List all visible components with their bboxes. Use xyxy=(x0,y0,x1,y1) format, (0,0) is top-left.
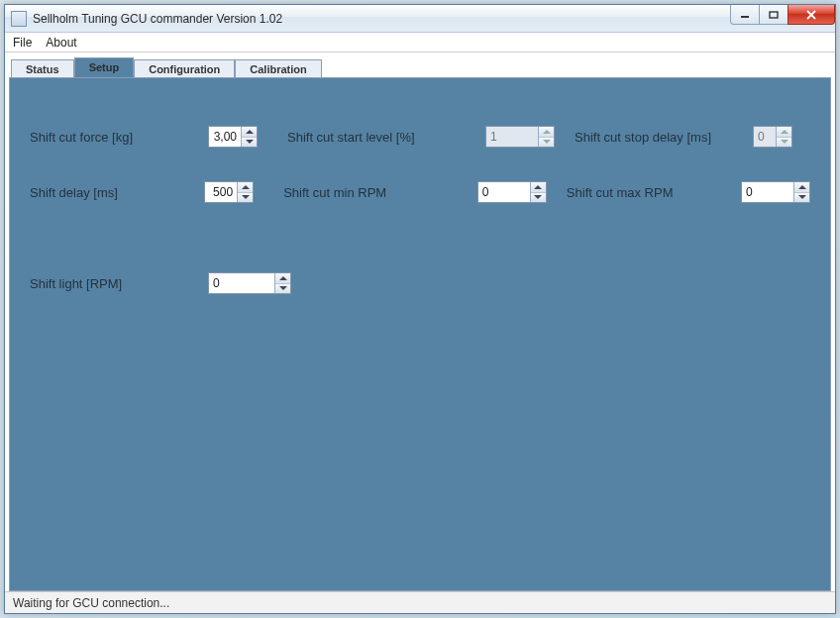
row-2: Shift delay [ms] Shift cut min RPM xyxy=(30,181,810,203)
spin-up-icon[interactable] xyxy=(275,273,290,284)
spin-down-icon[interactable] xyxy=(242,138,257,148)
svg-marker-11 xyxy=(242,195,250,199)
input-shift-light-rpm[interactable] xyxy=(208,272,291,294)
field-shift-cut-max-rpm: Shift cut max RPM xyxy=(567,185,741,200)
spin-shift-delay xyxy=(237,182,253,202)
titlebar[interactable]: Sellholm Tuning GCU commander Version 1.… xyxy=(5,5,835,33)
value-shift-cut-force[interactable] xyxy=(209,127,241,147)
tabpage-setup: Shift cut force [kg] Shift cut start lev… xyxy=(9,77,831,591)
spin-down-icon[interactable] xyxy=(275,284,290,294)
spin-up-icon xyxy=(539,127,554,138)
maximize-button[interactable] xyxy=(759,5,788,25)
label-shift-cut-stop-delay: Shift cut stop delay [ms] xyxy=(575,130,711,145)
tabstrip: Status Setup Configuration Calibration xyxy=(11,56,831,77)
svg-marker-5 xyxy=(246,140,254,144)
svg-marker-8 xyxy=(781,130,788,134)
svg-marker-16 xyxy=(279,276,287,280)
spin-shift-cut-start-level xyxy=(538,127,554,147)
svg-marker-15 xyxy=(798,195,806,199)
label-shift-cut-max-rpm: Shift cut max RPM xyxy=(567,185,674,200)
input-shift-cut-force[interactable] xyxy=(208,126,258,148)
spin-shift-light-rpm xyxy=(274,273,290,293)
label-shift-cut-force: Shift cut force [kg] xyxy=(30,130,133,145)
menubar: File About xyxy=(5,33,835,52)
spin-shift-cut-stop-delay xyxy=(776,127,791,147)
menu-about[interactable]: About xyxy=(46,36,76,50)
menu-file[interactable]: File xyxy=(13,36,32,50)
svg-marker-13 xyxy=(534,195,542,199)
value-shift-cut-min-rpm[interactable] xyxy=(478,182,530,202)
value-shift-cut-stop-delay xyxy=(754,127,776,147)
spin-up-icon xyxy=(777,127,791,138)
svg-marker-7 xyxy=(543,140,551,144)
value-shift-cut-max-rpm[interactable] xyxy=(742,182,793,202)
svg-rect-1 xyxy=(770,12,778,18)
window-controls xyxy=(731,5,835,25)
input-shift-cut-stop-delay xyxy=(753,126,792,148)
spin-shift-cut-force xyxy=(241,127,257,147)
svg-marker-12 xyxy=(534,185,542,189)
spin-down-icon[interactable] xyxy=(238,193,253,203)
minimize-button[interactable] xyxy=(730,5,760,25)
label-shift-light-rpm: Shift light [RPM] xyxy=(30,276,122,291)
value-shift-cut-start-level xyxy=(486,127,538,147)
field-shift-cut-stop-delay: Shift cut stop delay [ms] xyxy=(575,130,753,145)
field-shift-cut-force: Shift cut force [kg] xyxy=(30,130,208,145)
field-shift-cut-min-rpm: Shift cut min RPM xyxy=(283,185,477,200)
row-1: Shift cut force [kg] Shift cut start lev… xyxy=(30,126,810,148)
spin-shift-cut-max-rpm xyxy=(793,182,809,202)
svg-marker-6 xyxy=(543,130,551,134)
svg-marker-17 xyxy=(279,286,287,290)
app-window: Sellholm Tuning GCU commander Version 1.… xyxy=(4,4,836,614)
input-shift-delay[interactable] xyxy=(204,181,254,203)
spin-shift-cut-min-rpm xyxy=(530,182,546,202)
value-shift-delay[interactable] xyxy=(205,182,237,202)
tab-calibration[interactable]: Calibration xyxy=(235,59,321,78)
svg-marker-4 xyxy=(246,130,254,134)
spin-down-icon[interactable] xyxy=(531,193,546,203)
field-shift-light-rpm: Shift light [RPM] xyxy=(30,276,208,291)
label-shift-cut-min-rpm: Shift cut min RPM xyxy=(283,185,386,200)
spin-down-icon xyxy=(539,138,554,148)
tab-setup[interactable]: Setup xyxy=(74,57,135,77)
tab-configuration[interactable]: Configuration xyxy=(134,59,235,78)
input-shift-cut-max-rpm[interactable] xyxy=(741,181,810,203)
statusbar: Waiting for GCU connection... xyxy=(5,591,835,613)
close-button[interactable] xyxy=(788,5,835,25)
label-shift-delay: Shift delay [ms] xyxy=(30,185,118,200)
svg-marker-14 xyxy=(798,185,806,189)
svg-marker-9 xyxy=(781,140,788,144)
value-shift-light-rpm[interactable] xyxy=(209,273,274,293)
status-text: Waiting for GCU connection... xyxy=(13,596,169,610)
label-shift-cut-start-level: Shift cut start level [%] xyxy=(287,130,415,145)
window-title: Sellholm Tuning GCU commander Version 1.… xyxy=(33,12,282,26)
content-area: Status Setup Configuration Calibration S… xyxy=(5,52,835,591)
field-shift-delay: Shift delay [ms] xyxy=(30,185,204,200)
spin-up-icon[interactable] xyxy=(794,182,809,193)
spin-down-icon xyxy=(777,138,791,148)
spin-down-icon[interactable] xyxy=(794,193,809,203)
input-shift-cut-start-level xyxy=(485,126,555,148)
svg-marker-10 xyxy=(242,185,250,189)
spin-up-icon[interactable] xyxy=(242,127,257,138)
app-icon xyxy=(11,11,27,27)
row-3: Shift light [RPM] xyxy=(30,272,810,294)
tab-status[interactable]: Status xyxy=(11,59,74,78)
spin-up-icon[interactable] xyxy=(238,182,253,193)
input-shift-cut-min-rpm[interactable] xyxy=(477,181,547,203)
spin-up-icon[interactable] xyxy=(531,182,546,193)
field-shift-cut-start-level: Shift cut start level [%] xyxy=(287,130,485,145)
